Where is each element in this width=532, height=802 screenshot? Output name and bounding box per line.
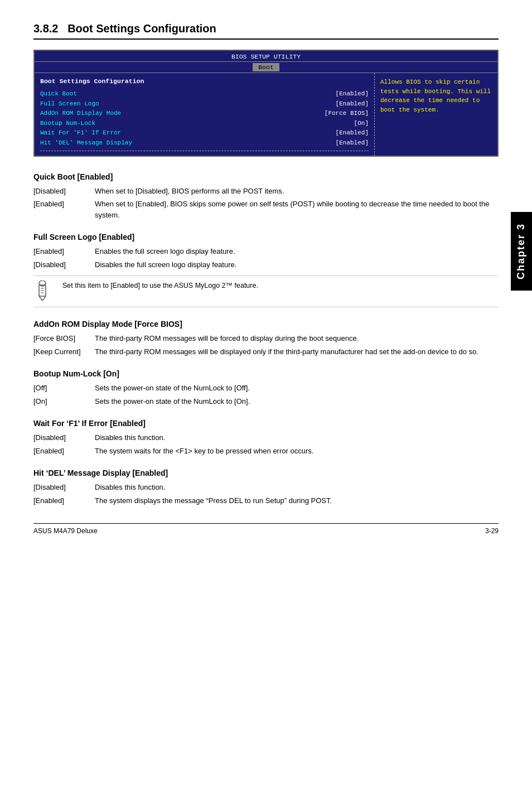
full-screen-logo-option-enabled: [Enabled] Enables the full screen logo d… [33,246,499,257]
bios-help-text: Allows BIOS to skip certain tests while … [380,79,491,113]
bios-menu-item-1: Quick Boot [Enabled] [40,89,369,99]
note-box: Set this item to [Enabled] to use the AS… [33,276,499,307]
bios-menu-item-6: Hit 'DEL' Message Display [Enabled] [40,138,369,148]
bios-content: Boot Settings Configuration Quick Boot [… [35,73,497,156]
bootup-numlock-section: Bootup Num-Lock [On] [Off] Sets the powe… [33,369,499,407]
bootup-numlock-option-on: [On] Sets the power-on state of the NumL… [33,396,499,407]
wait-f1-heading: Wait For ‘F1’ If Error [Enabled] [33,419,499,428]
bootup-numlock-option-off: [Off] Sets the power-on state of the Num… [33,383,499,394]
bios-menu-item-3: AddOn ROM Display Mode [Force BIOS] [40,109,369,119]
chapter-tab: Chapter 3 [511,212,532,291]
bios-tab: Boot [253,63,279,71]
bios-menu-item-4: Bootup Num-Lock [On] [40,119,369,129]
addon-rom-option-keep: [Keep Current] The third-party ROM messa… [33,346,499,357]
bios-dashed-bottom [40,151,369,151]
full-screen-logo-option-disabled: [Disabled] Disables the full screen logo… [33,259,499,270]
bios-header: BIOS SETUP UTILITY [35,51,497,62]
wait-f1-section: Wait For ‘F1’ If Error [Enabled] [Disabl… [33,419,499,456]
quick-boot-heading: Quick Boot [Enabled] [33,172,499,181]
hit-del-heading: Hit ‘DEL’ Message Display [Enabled] [33,468,499,477]
bios-left-title: Boot Settings Configuration [40,78,369,85]
bios-left-panel: Boot Settings Configuration Quick Boot [… [35,73,375,156]
footer-right: 3-29 [485,527,499,535]
section-number: 3.8.2 [33,22,58,35]
quick-boot-section: Quick Boot [Enabled] [Disabled] When set… [33,172,499,221]
bios-menu-item-2: Full Screen Logo [Enabled] [40,99,369,109]
wait-f1-option-disabled: [Disabled] Disables this function. [33,432,499,443]
bios-screenshot: BIOS SETUP UTILITY Boot Boot Settings Co… [33,50,499,157]
hit-del-option-disabled: [Disabled] Disables this function. [33,482,499,493]
quick-boot-option-disabled: [Disabled] When set to [Disabled], BIOS … [33,186,499,197]
section-heading: 3.8.2 Boot Settings Configuration [33,22,499,40]
pencil-icon [33,281,56,302]
full-screen-logo-heading: Full Screen Logo [Enabled] [33,233,499,241]
addon-rom-option-force: [Force BIOS] The third-party ROM message… [33,333,499,344]
hit-del-section: Hit ‘DEL’ Message Display [Enabled] [Dis… [33,468,499,506]
full-screen-logo-section: Full Screen Logo [Enabled] [Enabled] Ena… [33,233,499,307]
footer-left: ASUS M4A79 Deluxe [33,527,98,535]
wait-f1-option-enabled: [Enabled] The system waits for the <F1> … [33,446,499,457]
bios-utility-title: BIOS SETUP UTILITY [231,53,301,60]
addon-rom-section: AddOn ROM Display Mode [Force BIOS] [For… [33,320,499,357]
bootup-numlock-heading: Bootup Num-Lock [On] [33,369,499,378]
page-footer: ASUS M4A79 Deluxe 3-29 [33,523,499,535]
bios-menu-item-5: Wait For 'F1' If Error [Enabled] [40,128,369,138]
hit-del-option-enabled: [Enabled] The system displays the messag… [33,495,499,506]
section-title: Boot Settings Configuration [67,22,216,35]
bios-right-panel: Allows BIOS to skip certain tests while … [375,73,497,156]
bios-tab-bar: Boot [35,62,497,73]
quick-boot-option-enabled: [Enabled] When set to [Enabled], BIOS sk… [33,199,499,220]
note-text: Set this item to [Enabled] to use the AS… [62,281,258,291]
addon-rom-heading: AddOn ROM Display Mode [Force BIOS] [33,320,499,328]
